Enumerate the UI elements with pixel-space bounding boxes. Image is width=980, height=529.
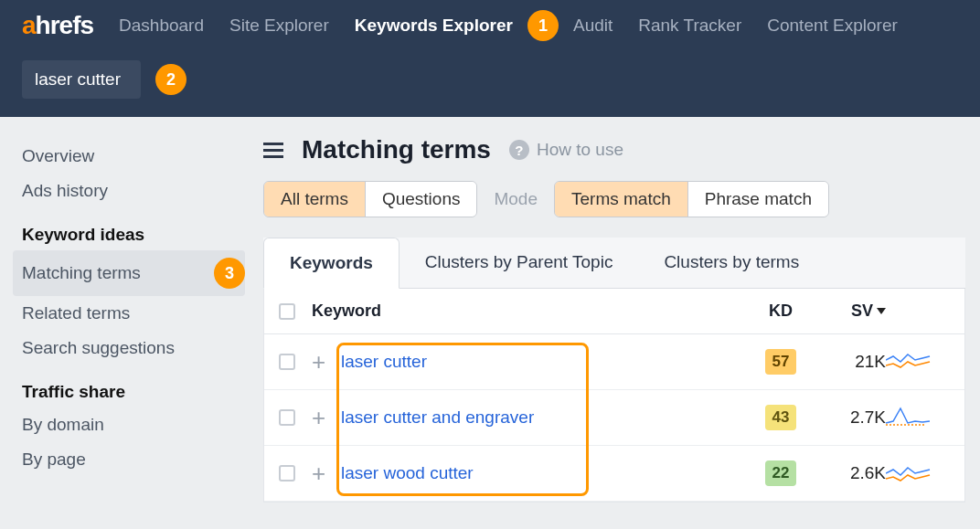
- mode-label: Mode: [494, 189, 538, 209]
- search-row: 2: [0, 51, 980, 117]
- table-row: + laser wood cutter 22 2.6K: [264, 446, 964, 502]
- select-all-checkbox[interactable]: [279, 303, 295, 320]
- nav-site-explorer[interactable]: Site Explorer: [229, 16, 329, 36]
- nav-dashboard[interactable]: Dashboard: [119, 16, 204, 36]
- kd-badge: 57: [765, 349, 797, 375]
- annotation-badge-3: 3: [214, 258, 245, 289]
- sidebar-item-label: Matching terms: [22, 263, 141, 283]
- nav-audit[interactable]: Audit: [573, 16, 612, 36]
- sv-value: 21K: [855, 352, 886, 372]
- keyword-table: Keyword KD SV + laser cutter 57 21K + la…: [263, 289, 965, 503]
- sidebar-heading-keyword-ideas: Keyword ideas: [22, 208, 245, 250]
- how-to-use-link[interactable]: ? How to use: [509, 140, 623, 160]
- sv-value: 2.6K: [850, 463, 886, 483]
- tab-clusters-terms[interactable]: Clusters by terms: [638, 238, 825, 288]
- sidebar: Overview Ads history Keyword ideas Match…: [0, 117, 256, 503]
- plus-icon[interactable]: +: [312, 407, 332, 428]
- col-sv-label: SV: [851, 302, 873, 321]
- filter-phrase-match[interactable]: Phrase match: [688, 182, 828, 217]
- plus-icon[interactable]: +: [312, 463, 332, 483]
- nav-content-explorer[interactable]: Content Explorer: [767, 16, 898, 36]
- sparkline-icon: [886, 403, 933, 428]
- sidebar-heading-traffic-share: Traffic share: [22, 365, 245, 407]
- row-checkbox[interactable]: [279, 465, 295, 481]
- sparkline-icon: [886, 347, 933, 373]
- filter-terms-match[interactable]: Terms match: [555, 182, 688, 217]
- tabs: Keywords Clusters by Parent Topic Cluste…: [263, 238, 965, 289]
- filter-all-terms[interactable]: All terms: [264, 182, 366, 217]
- sidebar-related-terms[interactable]: Related terms: [22, 296, 245, 331]
- page-title: Matching terms: [302, 135, 491, 164]
- logo-rest: hrefs: [36, 11, 93, 39]
- tab-keywords[interactable]: Keywords: [263, 238, 399, 289]
- keyword-link[interactable]: laser wood cutter: [341, 463, 474, 482]
- sidebar-overview[interactable]: Overview: [22, 139, 245, 174]
- tab-clusters-parent[interactable]: Clusters by Parent Topic: [399, 238, 639, 288]
- table-row: + laser cutter and engraver 43 2.7K: [264, 390, 964, 446]
- sidebar-by-domain[interactable]: By domain: [22, 407, 245, 442]
- col-sv-header[interactable]: SV: [813, 302, 886, 321]
- sort-desc-icon: [877, 308, 886, 314]
- keyword-link[interactable]: laser cutter: [341, 352, 427, 371]
- table-row: + laser cutter 57 21K: [264, 334, 964, 390]
- sidebar-search-suggestions[interactable]: Search suggestions: [22, 331, 245, 365]
- plus-icon[interactable]: +: [312, 352, 332, 372]
- sidebar-by-page[interactable]: By page: [22, 442, 245, 477]
- filter-questions[interactable]: Questions: [366, 182, 477, 217]
- kd-badge: 43: [765, 405, 797, 430]
- question-icon: ?: [509, 140, 529, 160]
- kd-badge: 22: [765, 460, 797, 486]
- logo[interactable]: ahrefs: [22, 11, 93, 40]
- col-keyword-header[interactable]: Keyword: [312, 302, 749, 321]
- terms-filter-group: All terms Questions: [263, 181, 477, 217]
- table-header: Keyword KD SV: [264, 289, 964, 334]
- sparkline-icon: [886, 459, 933, 484]
- sv-value: 2.7K: [850, 407, 886, 428]
- sidebar-ads-history[interactable]: Ads history: [22, 174, 245, 208]
- how-to-use-label: How to use: [537, 140, 623, 160]
- nav-rank-tracker[interactable]: Rank Tracker: [638, 16, 741, 36]
- annotation-badge-1: 1: [527, 10, 559, 41]
- mode-filter-group: Terms match Phrase match: [554, 181, 829, 217]
- sidebar-matching-terms[interactable]: Matching terms 3: [13, 250, 245, 296]
- topbar: ahrefs Dashboard Site Explorer Keywords …: [0, 0, 980, 51]
- row-checkbox[interactable]: [279, 409, 295, 426]
- title-row: Matching terms ? How to use: [263, 135, 965, 164]
- keyword-link[interactable]: laser cutter and engraver: [341, 407, 534, 427]
- nav-keywords-explorer[interactable]: Keywords Explorer: [355, 16, 513, 36]
- hamburger-icon[interactable]: [263, 143, 283, 158]
- main: Matching terms ? How to use All terms Qu…: [256, 117, 980, 503]
- annotation-badge-2: 2: [155, 64, 186, 95]
- keyword-search-input[interactable]: [22, 60, 141, 99]
- filters-row: All terms Questions Mode Terms match Phr…: [263, 181, 965, 217]
- logo-a: a: [22, 11, 36, 39]
- row-checkbox[interactable]: [279, 354, 295, 370]
- col-kd-header[interactable]: KD: [749, 302, 813, 321]
- content: Overview Ads history Keyword ideas Match…: [0, 117, 980, 503]
